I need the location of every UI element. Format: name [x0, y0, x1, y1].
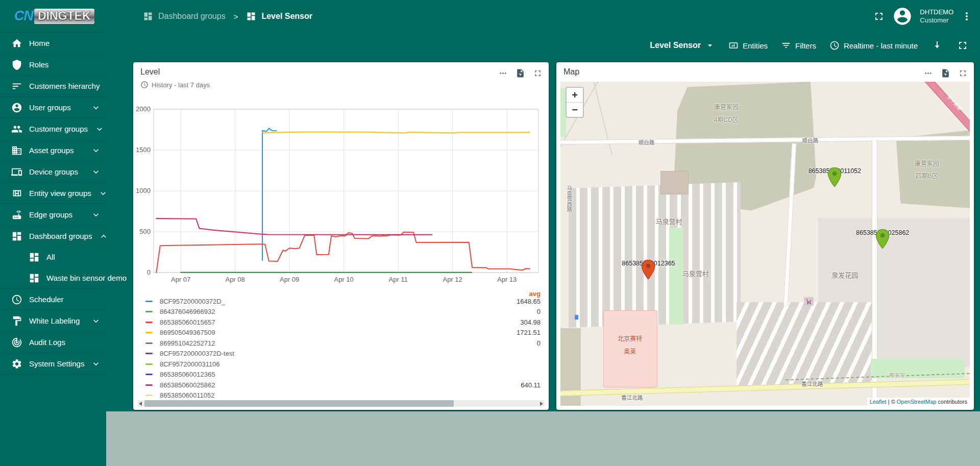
sidebar-item-home[interactable]: Home [0, 33, 106, 54]
timewindow-button[interactable]: Realtime - last minute [829, 40, 918, 51]
legend-series-label[interactable]: 869951042252712 [160, 339, 215, 347]
legend-row: 8CF957200000372D-test [133, 349, 549, 359]
more-icon[interactable] [498, 68, 508, 78]
map-pin-icon [828, 167, 842, 187]
sidebar-item-label: Edge groups [29, 210, 84, 219]
timewindow-subtitle-label: History - last 7 days [152, 81, 210, 89]
map-pin-icon [876, 229, 890, 249]
x-axis-tick-label: Apr 13 [497, 276, 517, 283]
legend-series-label[interactable]: 865385060011052 [160, 391, 215, 399]
download-icon[interactable] [931, 39, 943, 52]
legend-color-marker [145, 384, 153, 386]
history-clock-icon [140, 81, 149, 89]
legend-row: 865385060012365 [133, 370, 549, 380]
sidebar: CN DINGTEK HomeRolesCustomers hierarchyU… [0, 0, 106, 466]
legend-avg-value: 304.98 [520, 318, 541, 326]
sidebar-item-all[interactable]: All [0, 247, 106, 267]
map-label-: 康营家园 [714, 102, 739, 110]
user-name: DHTDEMO [920, 8, 953, 16]
sidebar-item-customer-groups[interactable]: Customer groups [0, 118, 106, 140]
dashboard-fullscreen-icon[interactable] [957, 39, 969, 52]
sidebar-item-roles[interactable]: Roles [0, 54, 106, 76]
breadcrumb-parent[interactable]: Dashboard groups [158, 12, 226, 21]
osm-link[interactable]: OpenStreetMap [897, 399, 937, 405]
building-icon [11, 145, 22, 156]
user-info[interactable]: DHTDEMO Customer [920, 8, 953, 24]
chart-horizontal-scrollbar[interactable] [137, 400, 545, 407]
sidebar-item-audit-logs[interactable]: Audit Logs [0, 332, 106, 353]
sidebar-item-white-labeling[interactable]: White Labeling [0, 310, 106, 332]
chevron-down-icon [91, 167, 101, 177]
sidebar-item-edge-groups[interactable]: Edge groups [0, 204, 106, 226]
chevron-down-icon [91, 210, 101, 220]
scrollbar-thumb[interactable] [144, 400, 454, 407]
entities-icon [728, 40, 739, 51]
view-quilt-icon [11, 188, 22, 199]
scroll-left-arrow[interactable] [139, 402, 142, 406]
legend-series-label[interactable]: 865385060025862 [160, 381, 215, 389]
sidebar-item-label: All [46, 253, 101, 261]
dashboard-icon [246, 11, 256, 21]
legend-color-marker [145, 374, 153, 375]
map-widget-card: Map [556, 62, 974, 410]
more-icon[interactable] [923, 68, 933, 78]
user-avatar[interactable] [892, 6, 913, 27]
filters-button[interactable]: Filters [781, 40, 816, 51]
sidebar-item-device-groups[interactable]: Device groups [0, 161, 106, 183]
map-card-title: Map [564, 67, 579, 77]
zoom-in-button[interactable]: + [567, 88, 583, 103]
legend-series-label[interactable]: 8CF957200000372D-test [160, 350, 234, 357]
y-axis-tick-label: 2000 [136, 105, 151, 113]
chevron-down-icon [94, 124, 105, 134]
legend-color-marker [145, 311, 153, 312]
y-axis-tick-label: 0 [147, 268, 151, 276]
app-logo[interactable]: CN DINGTEK [0, 0, 106, 33]
scroll-right-arrow[interactable] [540, 402, 543, 406]
map-buildings [569, 182, 741, 328]
export-icon[interactable] [941, 68, 950, 78]
sidebar-item-entity-view-groups[interactable]: Entity view groups [0, 183, 106, 204]
sidebar-item-dashboard-groups[interactable]: Dashboard groups [0, 226, 106, 247]
page-bottom-strip [106, 411, 980, 466]
legend-series-label[interactable]: 869505049367509 [160, 329, 215, 336]
dashboard-title-select[interactable]: Level Sensor [650, 40, 715, 51]
sidebar-item-asset-groups[interactable]: Asset groups [0, 140, 106, 161]
fullscreen-icon[interactable] [873, 10, 885, 22]
zoom-out-button[interactable]: − [567, 103, 583, 117]
legend-series-label[interactable]: 8CF957200000372D_ [160, 298, 225, 305]
x-axis-tick-label: Apr 07 [171, 276, 190, 283]
legend-series-label[interactable]: 864376046966932 [160, 308, 215, 315]
map-zoom-control: + − [566, 87, 584, 118]
legend-color-marker [145, 395, 153, 396]
entities-button[interactable]: Entities [728, 40, 768, 51]
map-marker-865385060011052[interactable] [828, 167, 842, 187]
sidebar-item-user-groups[interactable]: User groups [0, 97, 106, 118]
sidebar-item-label: Home [29, 39, 101, 47]
leaflet-map[interactable]: 康营家园4期CD区顺白路顺白路康营家园四期B区马泉营村马泉营村泉发花园北京赛特奥… [560, 82, 970, 406]
chevron-down-icon [91, 359, 101, 369]
map-card-actions [923, 68, 968, 78]
map-marker-865385060012365[interactable] [642, 260, 655, 279]
topbar-right: DHTDEMO Customer [873, 0, 973, 33]
legend-avg-value: 0 [537, 339, 541, 347]
map-label-: 奥莱 [624, 347, 636, 355]
legend-color-marker [145, 322, 153, 323]
leaflet-link[interactable]: Leaflet [870, 399, 887, 405]
sidebar-item-label: System Settings [29, 359, 84, 368]
legend-series-label[interactable]: 865385060012365 [160, 371, 215, 378]
legend-series-label[interactable]: 8CF9572000031106 [160, 360, 220, 368]
sidebar-item-waste-bin-sensor-demo[interactable]: Waste bin sensor demo [0, 267, 106, 288]
sidebar-item-customers-hierarchy[interactable]: Customers hierarchy [0, 76, 106, 97]
map-marker-865385060025862[interactable] [876, 229, 890, 249]
legend-avg-value: 1721.51 [517, 329, 541, 336]
widget-fullscreen-icon[interactable] [958, 68, 968, 78]
widget-fullscreen-icon[interactable] [533, 68, 543, 78]
legend-series-label[interactable]: 865385060015657 [160, 318, 215, 326]
legend-row: 869505049367509 1721.51 [133, 328, 549, 338]
sidebar-item-scheduler[interactable]: Scheduler [0, 289, 106, 310]
export-icon[interactable] [516, 68, 525, 78]
more-vert-icon[interactable] [961, 10, 973, 22]
timewindow-subtitle[interactable]: History - last 7 days [140, 81, 210, 89]
sidebar-item-system-settings[interactable]: System Settings [0, 353, 106, 375]
map-label-: 马泉营村 [682, 268, 709, 278]
